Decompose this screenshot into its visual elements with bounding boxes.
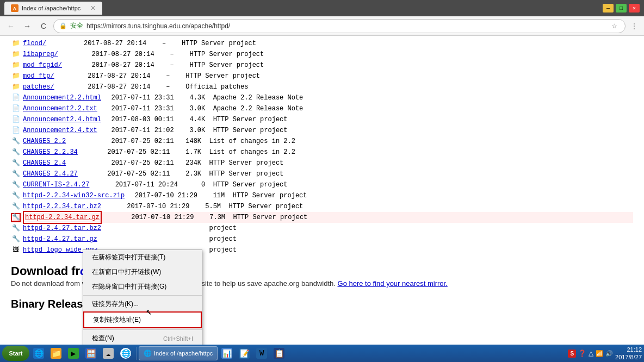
file-link[interactable]: Announcement2.4.html [23,114,101,125]
start-button[interactable]: Start [2,346,29,361]
bin-icon: 🔧 [11,202,21,211]
file-link[interactable]: CHANGES 2.2.34 [23,147,78,158]
list-item: 🔧 CURRENT-IS-2.4.27 2017-07-11 20:24 0 H… [11,179,633,190]
taskbar-active-window[interactable]: 🌐 Index of /apache/httpc [139,346,218,360]
list-item: 📁 patches/ 2017-08-27 20:14 – Official p… [11,82,633,92]
taskbar: Start 🌐 📁 ▶ 🪟 ☁ 🌐 🌐 Index of /apache/htt… [0,345,644,362]
list-item: 📄 Announcement2.2.html 2017-07-11 23:31 … [11,92,633,103]
app3-icon: 📊 [221,348,232,359]
context-menu-save-link[interactable]: 链接另存为(K)... [83,297,202,311]
taskbar-icon-media[interactable]: ▶ [65,346,82,361]
bin-icon: 🔧 [11,170,21,178]
file-link[interactable]: patches/ [23,82,54,92]
app4-icon: 📝 [239,348,250,359]
ie-icon: 🌐 [33,348,44,359]
list-item: 📁 libapreg/ 2017-08-27 20:14 – HTTP Serv… [11,49,633,60]
secure-label: 安全 [70,21,83,30]
tray-icon-3: △ [589,349,593,357]
context-menu-open-window[interactable]: 在新窗口中打开链接(W) [83,265,202,279]
bin-icon: 🔧 [11,180,21,189]
active-window-title: Index of /apache/httpc [154,350,213,357]
list-item: 🔧 httpd-2.4.27.tar.gz project [11,234,633,245]
system-tray: S ❓ △ 📶 🔊 21:12 2017/8/27 [568,346,642,361]
tray-clock: 21:12 2017/8/27 [615,346,642,361]
folder-icon: 📁 [11,39,21,48]
inspect-label: 检查(N) [92,334,114,343]
taskbar-icon-app5[interactable]: 📋 [271,346,287,361]
inspect-shortcut: Ctrl+Shift+I [163,335,193,342]
list-item: 📁 mod_fcgid/ 2017-08-27 20:14 – HTTP Ser… [11,60,633,71]
file-link[interactable]: httpd-2.4.27.tar.gz [23,234,97,245]
file-link[interactable]: httpd-2.2.34.tar.bz2 [23,201,101,212]
file-link[interactable]: libapreg/ [23,49,58,60]
file-link[interactable]: httpd-2.4.27.tar.bz2 [23,223,101,234]
taskbar-icon-chrome[interactable]: 🌐 [117,346,134,361]
file-link[interactable]: flood/ [23,38,46,49]
tray-icon-s: S [568,349,576,358]
bin-icon: 🔧 [11,191,21,200]
address-bar[interactable]: 🔒 安全 https://mirrors.tuna.tsinghua.edu.c… [53,19,626,33]
list-item: 📄 Announcement2.2.txt 2017-07-11 23:31 3… [11,103,633,114]
title-bar: A Index of /apache/httpc ✕ — □ ✕ [0,0,644,16]
context-menu-copy-link[interactable]: 复制链接地址(E) [83,311,202,328]
folder-icon: 📁 [11,83,21,91]
file-link[interactable]: mod_ftp/ [23,71,54,82]
file-link[interactable]: CURRENT-IS-2.4.27 [23,179,89,190]
folder-icon: 📁 [11,72,21,80]
img-icon: 🖼 [11,246,21,254]
context-menu-inspect[interactable]: 检查(N) Ctrl+Shift+I [83,331,202,345]
taskbar-icon-word[interactable]: W [253,346,270,361]
file-link[interactable]: CHANGES 2.2 [23,136,66,147]
taskbar-icon-ie[interactable]: 🌐 [30,346,47,361]
context-menu-open-tab[interactable]: 在新标签页中打开链接(T) [83,250,202,265]
list-item: 🔧 CHANGES 2.2 2017-07-25 02:11 148K List… [11,136,633,147]
file-link[interactable]: CHANGES 2.4.27 [23,168,78,179]
file-link[interactable]: Announcement2.4.txt [23,125,97,136]
list-item: 🔧 CHANGES 2.4.27 2017-07-25 02:11 2.3K H… [11,168,633,179]
doc-icon: 📄 [11,115,21,124]
context-menu-separator-2 [83,329,202,330]
secure-icon: 🔒 [59,22,67,29]
back-button[interactable]: ← [4,20,17,33]
list-item: 🔧 CHANGES 2.2.34 2017-07-25 02:11 1.7K L… [11,147,633,158]
file-link[interactable]: Announcement2.2.txt [23,103,97,114]
tab-close-button[interactable]: ✕ [90,4,96,12]
bookmark-button[interactable]: ☆ [609,21,620,32]
doc-icon: 📄 [11,104,21,113]
tray-icon-2: ❓ [578,349,586,357]
bin-icon: 🔧 [11,213,21,222]
file-link[interactable]: mod_fcgid/ [23,60,62,71]
close-button[interactable]: ✕ [629,4,640,13]
tab-favicon: A [11,4,18,12]
file-link[interactable]: httpd-2.2.34-win32-src.zip [23,190,125,201]
app2-icon: ☁ [103,348,114,359]
minimize-button[interactable]: — [603,4,614,13]
file-link-selected[interactable]: httpd-2.2.34.tar.gz [23,211,102,224]
tray-date-text: 2017/8/27 [615,353,642,361]
bin-icon: 🔧 [11,137,21,146]
taskbar-icon-app4[interactable]: 📝 [236,346,252,361]
taskbar-icon-explorer[interactable]: 📁 [48,346,64,361]
menu-button[interactable]: ⋮ [629,21,640,32]
window-controls: — □ ✕ [603,4,640,13]
context-menu-open-incognito[interactable]: 在隐身窗口中打开链接(G) [83,279,202,294]
tray-volume-icon: 🔊 [605,350,613,357]
explorer-icon: 📁 [51,348,61,359]
taskbar-icon-app1[interactable]: 🪟 [83,346,99,361]
browser-tab[interactable]: A Index of /apache/httpc ✕ [4,2,102,15]
active-window-icon: 🌐 [144,349,152,357]
folder-icon: 📁 [11,61,21,70]
list-item: 🔧 httpd-2.2.34-win32-src.zip 2017-07-10 … [11,190,633,201]
file-link[interactable]: CHANGES 2.4 [23,158,66,168]
forward-button[interactable]: → [21,20,34,33]
list-item: 🔧 httpd-2.2.34.tar.bz2 2017-07-10 21:29 … [11,201,633,212]
taskbar-icon-app2[interactable]: ☁ [100,346,116,361]
address-actions: ☆ [609,21,620,32]
list-item: 🔧 httpd-2.4.27.tar.bz2 project [11,223,633,234]
file-link[interactable]: Announcement2.2.html [23,92,101,103]
maximize-button[interactable]: □ [616,4,627,13]
taskbar-icon-app3[interactable]: 📊 [219,346,235,361]
refresh-button[interactable]: C [37,20,50,33]
bin-icon: 🔧 [11,224,21,233]
mirror-link[interactable]: Go here to find your nearest mirror. [338,279,448,288]
